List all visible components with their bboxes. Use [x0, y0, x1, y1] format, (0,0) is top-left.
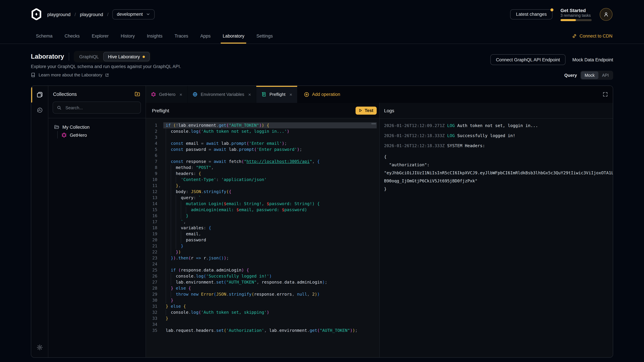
logs-output: 2026-01-26T12:12:09.271Z LOG Auth token … [380, 118, 613, 357]
code-line[interactable]: 25 if (response.data.adminLogin) { [146, 267, 379, 273]
code-line[interactable]: 3 [146, 134, 379, 140]
add-operation-button[interactable]: Add operation [304, 86, 340, 103]
code-line[interactable]: 14 mutation Login($email: String!, $pass… [146, 201, 379, 207]
log-json-line: B90oqg_IjOmGtjP6CkiV5Jt695jBD0fjzPxk" [384, 177, 613, 185]
line-number: 22 [147, 249, 157, 255]
code-line[interactable]: 4 const email = await lab.prompt('Enter … [146, 140, 379, 146]
code-line[interactable]: 31} else { [146, 303, 379, 309]
tab-environment-variables[interactable]: Environment Variables× [188, 86, 256, 103]
rail-settings-button[interactable] [31, 341, 48, 354]
code-line[interactable]: 6 [146, 152, 379, 159]
rail-history-button[interactable] [31, 103, 48, 117]
target-selector-label: development [117, 12, 143, 17]
close-icon[interactable]: × [248, 92, 251, 97]
close-icon[interactable]: × [180, 92, 182, 97]
code-line[interactable]: 1if (!lab.environment.get("AUTH_TOKEN"))… [146, 122, 379, 128]
code-line[interactable]: 32 console.log('Auth token set, skipping… [146, 309, 379, 316]
tab-gethero[interactable]: GetHero× [146, 86, 188, 103]
learn-more-link[interactable]: Learn more about the Laboratory [31, 72, 109, 77]
nav-tab-laboratory[interactable]: Laboratory [223, 28, 244, 43]
nav-tab-checks[interactable]: Checks [64, 28, 80, 43]
preflight-code-editor[interactable]: 1if (!lab.environment.get("AUTH_TOKEN"))… [146, 118, 379, 357]
line-number: 20 [147, 237, 157, 243]
code-line[interactable]: 23 }).then(r => r.json()); [146, 255, 379, 261]
tab-strip: GetHero×Environment Variables×Preflight×… [146, 86, 613, 103]
gear-icon [36, 344, 43, 351]
nav-tab-explorer[interactable]: Explorer [92, 28, 109, 43]
code-line[interactable]: 16 } [146, 213, 379, 219]
code-line[interactable]: 2 console.log('Auth token not set, loggi… [146, 128, 379, 134]
nav-tab-history[interactable]: History [121, 28, 135, 43]
code-line[interactable]: 7 const response = await fetch("http://l… [146, 159, 379, 165]
toggle-option-label: Hive Laboratory [108, 54, 140, 59]
test-button[interactable]: Test [356, 106, 377, 114]
code-line[interactable]: 33} [146, 316, 379, 322]
avatar[interactable] [600, 8, 612, 21]
line-number: 28 [147, 285, 157, 291]
connect-cdn-link[interactable]: Connect to CDN [572, 28, 612, 43]
rail-collections-button[interactable] [31, 88, 48, 101]
code-line[interactable]: 13 query: ` [146, 195, 379, 201]
log-timestamp: 2026-01-26T12:12:18.333Z [384, 133, 444, 138]
fullscreen-icon[interactable] [603, 92, 608, 97]
code-line[interactable]: 29 throw new Error(JSON.stringify(respon… [146, 291, 379, 297]
hive-logo-icon[interactable] [31, 8, 42, 20]
query-mode-mock[interactable]: Mock [581, 71, 598, 79]
log-level: LOG [447, 133, 455, 138]
code-line[interactable]: 34 [146, 322, 379, 328]
code-line[interactable]: 24 [146, 261, 379, 267]
nav-tab-traces[interactable]: Traces [174, 28, 188, 43]
test-button-label: Test [364, 108, 373, 113]
collection-folder-row[interactable]: My Collection [54, 123, 146, 131]
toggle-option-graphiql[interactable]: GraphiQL [75, 52, 103, 61]
code-line[interactable]: 30 } [146, 297, 379, 303]
code-line[interactable]: 35lab.request.headers.set('Authorization… [146, 328, 379, 334]
code-line[interactable]: 19 email, [146, 231, 379, 237]
line-number: 30 [147, 297, 157, 303]
breadcrumb-org[interactable]: playground [47, 11, 70, 17]
operation-row-gethero[interactable]: GetHero [62, 131, 146, 139]
code-line[interactable]: 18 variables: { [146, 225, 379, 231]
logs-title: Logs [384, 108, 394, 113]
code-line[interactable]: 8 method: "POST", [146, 165, 379, 171]
tab-preflight[interactable]: Preflight× [256, 86, 298, 103]
scrollbar-thumb[interactable] [371, 123, 376, 124]
graphql-icon [62, 132, 67, 138]
code-line[interactable]: 15 adminLogin(email: $email, password: $… [146, 207, 379, 213]
get-started-widget[interactable]: Get Started 3 remaining tasks [560, 7, 592, 21]
latest-changes-button[interactable]: Latest changes [510, 9, 552, 19]
code-line[interactable]: 26 console.log('Successfully logged in!'… [146, 273, 379, 279]
code-line[interactable]: 11 }, [146, 183, 379, 189]
collections-search[interactable] [53, 102, 141, 114]
add-collection-button[interactable] [134, 91, 140, 97]
search-input[interactable] [65, 105, 137, 110]
code-line[interactable]: 27 lab.environment.set("AUTH_TOKEN", res… [146, 279, 379, 285]
code-text: const password = await lab.prompt('Enter… [166, 146, 302, 152]
mock-data-endpoint-button[interactable]: Mock Data Endpoint [572, 57, 613, 62]
line-number: 14 [147, 201, 157, 207]
code-line[interactable]: 21 } [146, 243, 379, 249]
code-line[interactable]: 17 `, [146, 219, 379, 225]
code-line[interactable]: 22 }) [146, 249, 379, 255]
connect-graphql-endpoint-button[interactable]: Connect GraphQL API Endpoint [490, 54, 566, 65]
log-json-line: "authorization": [384, 161, 613, 169]
breadcrumb-project[interactable]: playground [80, 11, 103, 17]
line-number: 34 [147, 322, 157, 328]
breadcrumb: playground / playground / development [47, 9, 154, 19]
code-line[interactable]: 5 const password = await lab.prompt('Ent… [146, 146, 379, 152]
toggle-option-hive-laboratory[interactable]: Hive Laboratory [103, 52, 150, 61]
code-line[interactable]: 10 'Content-Type': 'application/json' [146, 177, 379, 183]
nav-tab-insights[interactable]: Insights [147, 28, 162, 43]
nav-tab-settings[interactable]: Settings [256, 28, 273, 43]
code-line[interactable]: 9 headers: { [146, 171, 379, 177]
close-icon[interactable]: × [290, 92, 292, 97]
code-line[interactable]: 12 body: JSON.stringify({ [146, 189, 379, 195]
target-selector[interactable]: development [112, 9, 155, 19]
nav-tab-schema[interactable]: Schema [36, 28, 52, 43]
nav-tab-apps[interactable]: Apps [200, 28, 211, 43]
code-line[interactable]: 20 password [146, 237, 379, 243]
code-line[interactable]: 28 } else { [146, 285, 379, 291]
query-mode-api[interactable]: API [598, 71, 612, 79]
line-number: 8 [147, 165, 157, 171]
editor-title: Preflight [152, 108, 169, 113]
